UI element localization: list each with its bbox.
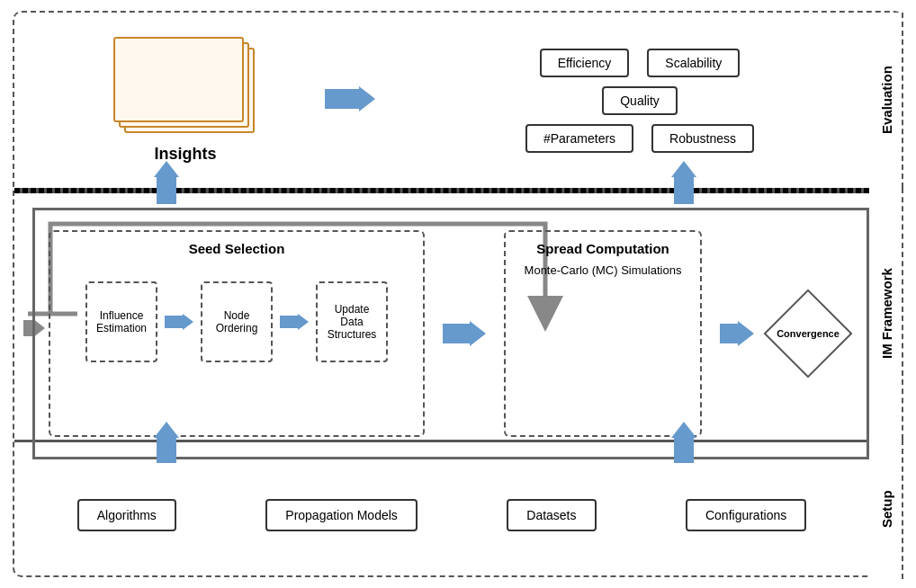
setup-algorithms: Algorithms: [77, 499, 176, 531]
eval-efficiency: Efficiency: [540, 49, 630, 77]
setup-section: Algorithms Propagation Models Datasets C…: [14, 451, 869, 579]
spread-computation: Spread Computation Monte-Carlo (MC) Simu…: [504, 230, 702, 437]
convergence-label: Convergence: [777, 328, 840, 339]
insights-area: Insights: [14, 13, 356, 188]
setup-label: Setup: [871, 440, 903, 579]
mc-simulations-text: Monte-Carlo (MC) Simulations: [525, 263, 682, 277]
eval-row-1: Efficiency Scalability: [540, 49, 741, 77]
arrow-head-up: [154, 161, 179, 177]
eval-to-insights-arrow: [325, 86, 375, 111]
eval-parameters: #Parameters: [525, 124, 633, 153]
vert-arrow-im-eval-right: [671, 161, 696, 204]
eval-scalability: Scalability: [647, 49, 740, 77]
eval-robustness: Robustness: [651, 124, 754, 153]
evaluation-label: Evaluation: [871, 13, 903, 188]
arrow-head-up-sl: [154, 422, 179, 438]
convergence-diamond: Convergence: [772, 298, 844, 370]
arrow-body-vert-r: [674, 177, 694, 204]
paper-front: [113, 37, 244, 122]
a-body2: [720, 324, 738, 343]
eval-boxes-area: Efficiency Scalability Quality #Paramete…: [410, 13, 869, 188]
vert-arrow-im-eval-left: [154, 161, 179, 204]
seed-steps: Influence Estimation Node Ordering: [85, 281, 388, 362]
arrow-body: [325, 89, 359, 109]
arrow-head: [359, 86, 375, 111]
entry-arrow-body: [23, 320, 32, 336]
s-arrow-body-1: [165, 316, 183, 328]
arrow-body-vert: [157, 177, 176, 204]
eval-row-2: Quality: [602, 86, 678, 115]
seed-step-node: Node Ordering: [201, 281, 273, 362]
eval-row-3: #Parameters Robustness: [525, 124, 754, 153]
stacked-papers: [113, 37, 257, 136]
arrow-seed-to-spread: [443, 321, 486, 346]
setup-datasets: Datasets: [507, 499, 596, 531]
setup-configurations: Configurations: [686, 499, 806, 531]
eval-quality: Quality: [602, 86, 678, 115]
spread-title: Spread Computation: [536, 241, 669, 256]
seed-selection: Seed Selection Influence Estimation Node…: [49, 230, 425, 437]
s-arrow-head-1: [183, 314, 193, 330]
a-head: [470, 321, 486, 346]
main-container: Evaluation IM Framework Setup Insights E…: [13, 11, 903, 577]
s-arrow-head-2: [298, 314, 309, 330]
a-head2: [738, 321, 754, 346]
arrow-spread-to-conv: [720, 321, 754, 346]
seed-selection-title: Seed Selection: [189, 241, 285, 256]
divider-eval-im: [14, 188, 869, 193]
seed-step-update: Update Data Structures: [316, 281, 388, 362]
arrow-head-up-r: [671, 161, 696, 177]
seed-arrow-1: [165, 314, 193, 330]
arrow-head-up-sr: [671, 422, 696, 438]
s-arrow-body-2: [280, 316, 298, 328]
a-body: [443, 324, 470, 343]
seed-arrow-2: [280, 314, 309, 330]
evaluation-section: Insights Efficiency Scalability Quality …: [14, 13, 869, 188]
im-framework-label: IM Framework: [871, 188, 903, 440]
setup-propagation: Propagation Models: [265, 499, 418, 531]
seed-step-influence: Influence Estimation: [85, 281, 157, 362]
